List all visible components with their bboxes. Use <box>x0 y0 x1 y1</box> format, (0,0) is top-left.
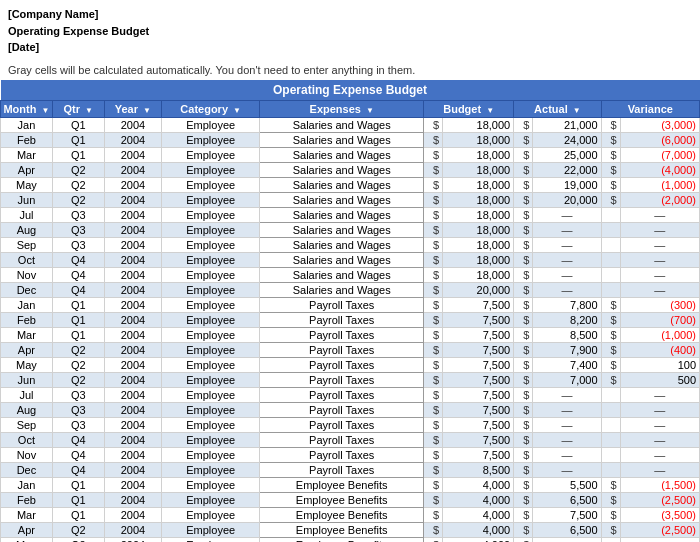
cell-variance-dollar: $ <box>601 477 620 492</box>
header-section: [Company Name] Operating Expense Budget … <box>0 0 700 60</box>
cell-variance-dollar: $ <box>601 147 620 162</box>
cell-expenses[interactable]: Salaries and Wages <box>260 267 424 282</box>
col-header-actual[interactable]: Actual ▼ <box>514 100 601 117</box>
cell-actual-dollar: $ <box>514 387 533 402</box>
cell-month: Apr <box>1 162 53 177</box>
cell-budget-dollar: $ <box>424 267 443 282</box>
cell-actual-dollar: $ <box>514 492 533 507</box>
cell-budget-dollar: $ <box>424 402 443 417</box>
cell-actual-dollar: $ <box>514 447 533 462</box>
cell-variance-value: — <box>620 282 699 297</box>
cell-variance-dollar: $ <box>601 372 620 387</box>
cell-variance-value: (300) <box>620 297 699 312</box>
cell-expenses[interactable]: Salaries and Wages <box>260 282 424 297</box>
cell-category: Employee <box>162 297 260 312</box>
cell-variance-dollar: $ <box>601 357 620 372</box>
cell-budget-dollar: $ <box>424 207 443 222</box>
col-header-variance[interactable]: Variance <box>601 100 699 117</box>
cell-budget-dollar: $ <box>424 132 443 147</box>
cell-actual-value: — <box>533 237 601 252</box>
cell-expenses[interactable]: Payroll Taxes <box>260 417 424 432</box>
cell-expenses[interactable]: Payroll Taxes <box>260 297 424 312</box>
cell-budget-value: 4,000 <box>443 492 514 507</box>
cell-budget-dollar: $ <box>424 237 443 252</box>
cell-expenses[interactable]: Employee Benefits <box>260 537 424 542</box>
cell-budget-dollar: $ <box>424 117 443 132</box>
cell-month: Feb <box>1 492 53 507</box>
cell-year: 2004 <box>104 327 161 342</box>
col-header-year[interactable]: Year ▼ <box>104 100 161 117</box>
cell-variance-value: (2,500) <box>620 492 699 507</box>
cell-expenses[interactable]: Employee Benefits <box>260 477 424 492</box>
cell-year: 2004 <box>104 222 161 237</box>
cell-qtr: Q1 <box>52 327 104 342</box>
cell-expenses[interactable]: Salaries and Wages <box>260 177 424 192</box>
cell-expenses[interactable]: Payroll Taxes <box>260 372 424 387</box>
cell-variance-value: (4,000) <box>620 162 699 177</box>
cell-variance-value: — <box>620 387 699 402</box>
cell-budget-value: 7,500 <box>443 327 514 342</box>
cell-variance-value: (3,000) <box>620 117 699 132</box>
cell-category: Employee <box>162 537 260 542</box>
cell-expenses[interactable]: Employee Benefits <box>260 492 424 507</box>
cell-variance-dollar <box>601 417 620 432</box>
cell-expenses[interactable]: Payroll Taxes <box>260 387 424 402</box>
table-row: FebQ12004EmployeePayroll Taxes$7,500$8,2… <box>1 312 700 327</box>
col-header-budget[interactable]: Budget ▼ <box>424 100 514 117</box>
col-header-qtr[interactable]: Qtr ▼ <box>52 100 104 117</box>
cell-expenses[interactable]: Salaries and Wages <box>260 237 424 252</box>
col-header-category[interactable]: Category ▼ <box>162 100 260 117</box>
cell-expenses[interactable]: Salaries and Wages <box>260 252 424 267</box>
cell-budget-value: 18,000 <box>443 177 514 192</box>
cell-year: 2004 <box>104 282 161 297</box>
table-row: MayQ22004EmployeePayroll Taxes$7,500$7,4… <box>1 357 700 372</box>
cell-variance-value: — <box>620 267 699 282</box>
cell-variance-dollar <box>601 207 620 222</box>
cell-expenses[interactable]: Payroll Taxes <box>260 447 424 462</box>
cell-expenses[interactable]: Salaries and Wages <box>260 192 424 207</box>
cell-actual-dollar: $ <box>514 192 533 207</box>
cell-expenses[interactable]: Payroll Taxes <box>260 432 424 447</box>
cell-category: Employee <box>162 432 260 447</box>
cell-expenses[interactable]: Salaries and Wages <box>260 162 424 177</box>
cell-expenses[interactable]: Salaries and Wages <box>260 117 424 132</box>
cell-expenses[interactable]: Employee Benefits <box>260 507 424 522</box>
col-header-expenses[interactable]: Expenses ▼ <box>260 100 424 117</box>
cell-expenses[interactable]: Payroll Taxes <box>260 312 424 327</box>
cell-expenses[interactable]: Payroll Taxes <box>260 402 424 417</box>
cell-budget-dollar: $ <box>424 312 443 327</box>
cell-budget-value: 18,000 <box>443 192 514 207</box>
cell-category: Employee <box>162 327 260 342</box>
cell-variance-dollar <box>601 282 620 297</box>
cell-expenses[interactable]: Employee Benefits <box>260 522 424 537</box>
table-row: SepQ32004EmployeePayroll Taxes$7,500$—— <box>1 417 700 432</box>
table-row: AprQ22004EmployeePayroll Taxes$7,500$7,9… <box>1 342 700 357</box>
cell-variance-value: 500 <box>620 372 699 387</box>
cell-actual-value: — <box>533 402 601 417</box>
cell-expenses[interactable]: Payroll Taxes <box>260 462 424 477</box>
cell-category: Employee <box>162 507 260 522</box>
cell-expenses[interactable]: Payroll Taxes <box>260 357 424 372</box>
cell-variance-dollar: $ <box>601 342 620 357</box>
cell-expenses[interactable]: Salaries and Wages <box>260 147 424 162</box>
cell-qtr: Q3 <box>52 237 104 252</box>
cell-budget-value: 7,500 <box>443 297 514 312</box>
cell-year: 2004 <box>104 117 161 132</box>
table-row: AugQ32004EmployeePayroll Taxes$7,500$—— <box>1 402 700 417</box>
table-row: MayQ22004EmployeeEmployee Benefits$4,000… <box>1 537 700 542</box>
cell-month: Jun <box>1 372 53 387</box>
cell-qtr: Q1 <box>52 117 104 132</box>
cell-expenses[interactable]: Salaries and Wages <box>260 207 424 222</box>
cell-category: Employee <box>162 447 260 462</box>
cell-expenses[interactable]: Salaries and Wages <box>260 222 424 237</box>
cell-qtr: Q1 <box>52 492 104 507</box>
cell-expenses[interactable]: Payroll Taxes <box>260 327 424 342</box>
col-header-month[interactable]: Month ▼ <box>1 100 53 117</box>
cell-month: Jan <box>1 297 53 312</box>
cell-actual-value: 5,500 <box>533 477 601 492</box>
cell-expenses[interactable]: Salaries and Wages <box>260 132 424 147</box>
cell-variance-dollar: $ <box>601 117 620 132</box>
cell-expenses[interactable]: Payroll Taxes <box>260 342 424 357</box>
cell-budget-dollar: $ <box>424 342 443 357</box>
table-row: MarQ12004EmployeeSalaries and Wages$18,0… <box>1 147 700 162</box>
